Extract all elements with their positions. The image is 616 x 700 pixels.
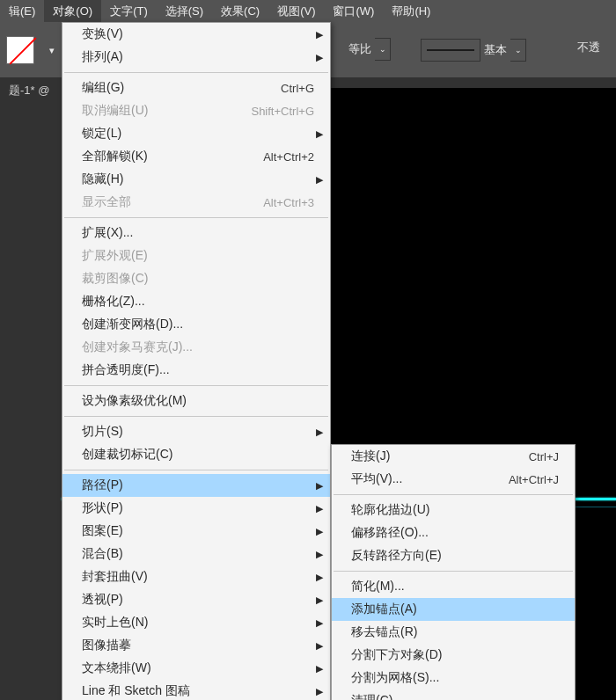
menu-object-item-label: 扩展(X)...: [82, 225, 314, 241]
menubar-item[interactable]: 辑(E): [0, 0, 44, 23]
menu-object-item-shortcut: Ctrl+G: [281, 82, 314, 95]
menu-object-item[interactable]: 实时上色(N)▶: [62, 611, 330, 634]
menu-object-item-label: 创建渐变网格(D)...: [82, 317, 314, 332]
stroke-preview[interactable]: [421, 39, 480, 62]
menu-object-item[interactable]: 全部解锁(K)Alt+Ctrl+2: [62, 145, 330, 168]
menu-object-item[interactable]: 变换(V)▶: [62, 23, 330, 46]
menu-object-item[interactable]: 锁定(L)▶: [62, 122, 330, 145]
menu-path-item[interactable]: 简化(M)...: [332, 575, 575, 598]
menu-object-separator: [64, 385, 328, 386]
menubar-item[interactable]: 对象(O): [44, 0, 101, 23]
menu-object-item-label: 变换(V): [82, 26, 314, 42]
menu-object-item[interactable]: 编组(G)Ctrl+G: [62, 77, 330, 99]
menu-object-item-label: 扩展外观(E): [82, 248, 314, 264]
chevron-right-icon: ▶: [316, 52, 323, 63]
ratio-label: 等比: [345, 41, 375, 57]
menu-object-item-label: 设为像素级优化(M): [82, 393, 314, 409]
menu-path-item[interactable]: 偏移路径(O)...: [332, 521, 575, 544]
menubar-item[interactable]: 文字(T): [101, 0, 157, 23]
chevron-right-icon: ▶: [316, 128, 323, 140]
menubar-item[interactable]: 帮助(H): [383, 0, 439, 23]
menu-object-item-label: 栅格化(Z)...: [82, 294, 314, 310]
menu-object-item-label: Line 和 Sketch 图稿: [82, 683, 314, 699]
menu-object-separator: [64, 217, 328, 218]
menu-path-item[interactable]: 轮廓化描边(U): [332, 499, 575, 521]
menu-object-item-label: 透视(P): [82, 592, 314, 608]
menu-object-item-label: 创建对象马赛克(J)...: [82, 339, 314, 355]
menu-path-item-label: 平均(V)...: [351, 471, 502, 487]
menu-object-item-shortcut: Alt+Ctrl+2: [263, 150, 314, 164]
menu-path-item[interactable]: 清理(C)...: [332, 689, 575, 700]
chevron-right-icon: ▶: [316, 29, 323, 40]
menu-object-item[interactable]: 封套扭曲(V)▶: [62, 565, 330, 588]
menubar-item[interactable]: 视图(V): [268, 0, 324, 23]
menu-object-item-label: 封套扭曲(V): [82, 569, 314, 585]
menu-path-item[interactable]: 连接(J)Ctrl+J: [332, 445, 575, 468]
menu-object-item[interactable]: 扩展(X)...: [62, 222, 330, 244]
menu-path-item[interactable]: 反转路径方向(E): [332, 544, 575, 567]
menu-path-item-label: 连接(J): [351, 448, 522, 464]
menu-object-item: 创建对象马赛克(J)...: [62, 336, 330, 359]
menubar-item[interactable]: 窗口(W): [324, 0, 383, 23]
menu-object-item[interactable]: 拼合透明度(F)...: [62, 359, 330, 382]
ratio-dropdown[interactable]: ⌄: [375, 38, 391, 61]
menu-object-item[interactable]: 创建裁切标记(C): [62, 443, 330, 466]
menu-object[interactable]: 变换(V)▶排列(A)▶编组(G)Ctrl+G取消编组(U)Shift+Ctrl…: [62, 22, 331, 700]
chevron-right-icon: ▶: [316, 174, 323, 186]
menu-path-item-label: 添加锚点(A): [351, 602, 559, 617]
chevron-right-icon: ▶: [316, 572, 323, 583]
menu-path-item-label: 简化(M)...: [351, 579, 559, 594]
menu-path-item-label: 移去锚点(R): [351, 624, 559, 640]
menu-object-item[interactable]: 隐藏(H)▶: [62, 168, 330, 191]
menu-path[interactable]: 连接(J)Ctrl+J平均(V)...Alt+Ctrl+J轮廓化描边(U)偏移路…: [331, 444, 576, 700]
menu-object-item: 扩展外观(E): [62, 244, 330, 267]
menu-object-item-label: 锁定(L): [82, 126, 314, 142]
chevron-right-icon: ▶: [316, 526, 323, 537]
menu-path-item[interactable]: 添加锚点(A): [332, 598, 575, 621]
menu-object-item[interactable]: 创建渐变网格(D)...: [62, 313, 330, 336]
menubar: 辑(E)对象(O)文字(T)选择(S)效果(C)视图(V)窗口(W)帮助(H): [0, 0, 616, 22]
menu-path-item[interactable]: 分割为网格(S)...: [332, 667, 575, 689]
menu-path-item[interactable]: 分割下方对象(D): [332, 644, 575, 667]
menu-object-item[interactable]: 设为像素级优化(M): [62, 390, 330, 412]
menu-object-item[interactable]: 形状(P)▶: [62, 497, 330, 520]
menu-object-item-label: 创建裁切标记(C): [82, 447, 314, 463]
menu-object-item: 取消编组(U)Shift+Ctrl+G: [62, 99, 330, 122]
menubar-item[interactable]: 效果(C): [212, 0, 268, 23]
menu-object-item[interactable]: 混合(B)▶: [62, 543, 330, 565]
menu-object-item-label: 图像描摹: [82, 638, 314, 653]
chevron-right-icon: ▶: [316, 663, 323, 674]
menubar-item[interactable]: 选择(S): [157, 0, 212, 23]
profile-dropdown[interactable]: ⌄: [510, 39, 526, 62]
menu-object-separator: [64, 72, 328, 73]
menu-object-item: 裁剪图像(C): [62, 267, 330, 290]
chevron-right-icon: ▶: [316, 427, 323, 438]
menu-path-item[interactable]: 移去锚点(R): [332, 621, 575, 644]
menu-object-item[interactable]: 路径(P)▶: [62, 474, 330, 497]
menu-object-item-label: 编组(G): [82, 80, 274, 96]
menu-object-separator: [64, 470, 328, 470]
chevron-right-icon: ▶: [316, 503, 323, 514]
menu-path-item[interactable]: 平均(V)...Alt+Ctrl+J: [332, 468, 575, 491]
menu-object-item-label: 拼合透明度(F)...: [82, 362, 314, 378]
menu-object-item-label: 切片(S): [82, 424, 314, 440]
fill-none-swatch[interactable]: [4, 34, 37, 66]
chevron-right-icon: ▶: [316, 686, 323, 697]
menu-path-item-shortcut: Alt+Ctrl+J: [509, 473, 559, 486]
menu-object-item: 显示全部Alt+Ctrl+3: [62, 191, 330, 214]
menu-object-item[interactable]: 切片(S)▶: [62, 420, 330, 443]
menu-path-item-shortcut: Ctrl+J: [529, 450, 559, 463]
menu-object-item[interactable]: 排列(A)▶: [62, 46, 330, 69]
menu-object-item[interactable]: 图案(E)▶: [62, 520, 330, 543]
menu-object-item-shortcut: Alt+Ctrl+3: [263, 196, 314, 209]
opacity-label: 不透: [577, 40, 600, 55]
menu-object-item[interactable]: 文本绕排(W)▶: [62, 657, 330, 680]
menu-path-separator: [334, 494, 573, 495]
chevron-right-icon: ▶: [316, 617, 323, 629]
menu-object-item-label: 实时上色(N): [82, 615, 314, 631]
menu-object-item-label: 裁剪图像(C): [82, 271, 314, 287]
menu-object-item[interactable]: 透视(P)▶: [62, 588, 330, 611]
menu-object-item[interactable]: 图像描摹▶: [62, 634, 330, 657]
menu-object-item[interactable]: Line 和 Sketch 图稿▶: [62, 680, 330, 700]
menu-object-item[interactable]: 栅格化(Z)...: [62, 290, 330, 313]
